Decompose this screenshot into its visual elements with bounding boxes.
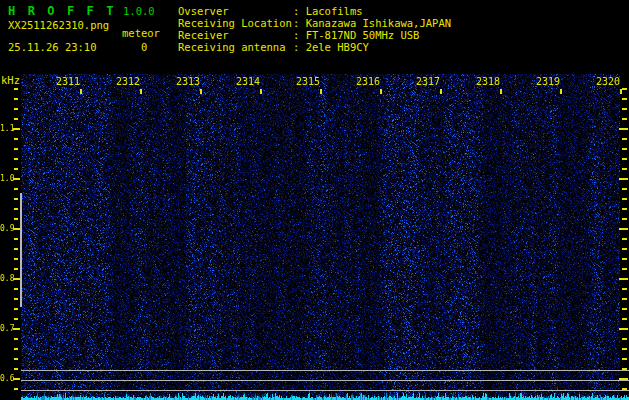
freq-minor-tick-left (14, 268, 18, 270)
observer-row-value: Lacofilms (306, 5, 363, 17)
mode-label: meteor (122, 27, 160, 39)
freq-tick-label: 1.1 (0, 124, 12, 133)
colon: : (293, 17, 299, 29)
app-title: H R O F F T (8, 4, 116, 18)
freq-minor-tick-left (14, 308, 18, 310)
freq-minor-tick-left (14, 348, 18, 350)
colon: : (293, 41, 299, 53)
y-axis-unit-label: kHz (1, 74, 20, 86)
freq-tick-label: 1.0 (0, 174, 12, 183)
freq-minor-tick-left (14, 318, 18, 320)
freq-major-tick-left (13, 378, 20, 380)
freq-minor-tick-left (14, 298, 18, 300)
freq-tick-label: 0.8 (0, 274, 12, 283)
hrofft-spectrogram-screen: H R O F F T 1.0.0 XX2511262310.png meteo… (0, 0, 629, 400)
freq-minor-tick-left (14, 388, 18, 390)
antenna-row-label: Receiving antenna (178, 42, 293, 54)
freq-minor-tick-left (14, 208, 18, 210)
freq-minor-tick-left (14, 168, 18, 170)
freq-minor-tick-left (14, 188, 18, 190)
spectrogram-canvas (21, 74, 629, 400)
freq-minor-tick-left (14, 118, 18, 120)
freq-tick-label: 0.6 (0, 374, 12, 383)
freq-minor-tick-left (14, 158, 18, 160)
observer-info: Ovserver: Lacofilms Receiving Location: … (178, 6, 451, 54)
colon: : (293, 5, 299, 17)
freq-minor-tick-left (14, 148, 18, 150)
output-filename: XX2511262310.png (8, 19, 109, 31)
colon: : (293, 29, 299, 41)
freq-minor-tick-left (14, 358, 18, 360)
freq-tick-label: 0.7 (0, 324, 12, 333)
antenna-row: Receiving antenna: 2ele HB9CY (178, 42, 451, 54)
freq-major-tick-left (13, 228, 20, 230)
freq-minor-tick-left (14, 218, 18, 220)
receiver-row-value: FT-817ND 50MHz USB (306, 29, 420, 41)
antenna-row-value: 2ele HB9CY (306, 41, 369, 53)
freq-major-tick-left (13, 128, 20, 130)
freq-minor-tick-left (14, 248, 18, 250)
detection-band-marker (20, 193, 22, 307)
freq-minor-tick-left (14, 198, 18, 200)
freq-major-tick-left (13, 178, 20, 180)
freq-tick-label: 0.9 (0, 224, 12, 233)
freq-minor-tick-left (14, 108, 18, 110)
freq-minor-tick-left (14, 258, 18, 260)
receiver-row-label: Receiver (178, 30, 293, 42)
freq-minor-tick-left (14, 288, 18, 290)
app-version: 1.0.0 (123, 5, 155, 17)
freq-minor-tick-left (14, 88, 18, 90)
freq-minor-tick-left (14, 238, 18, 240)
timestamp: 25.11.26 23:10 (8, 41, 97, 53)
freq-minor-tick-left (14, 98, 18, 100)
freq-minor-tick-left (14, 338, 18, 340)
meteor-count: 0 (141, 41, 147, 53)
freq-major-tick-left (13, 278, 20, 280)
freq-minor-tick-left (14, 368, 18, 370)
freq-minor-tick-left (14, 138, 18, 140)
freq-major-tick-left (13, 328, 20, 330)
location-row-value: Kanazawa Ishikawa,JAPAN (306, 17, 451, 29)
